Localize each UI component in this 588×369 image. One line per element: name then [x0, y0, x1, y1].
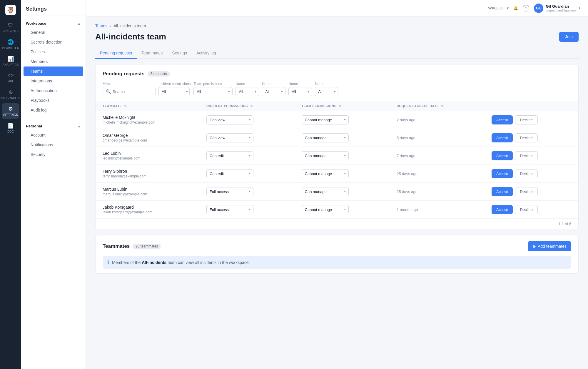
- accept-button-1[interactable]: Accept: [492, 133, 513, 142]
- info-banner-bold: All-incidents: [142, 260, 166, 265]
- cell-date-3: 25 days ago: [390, 165, 485, 183]
- tabs: Pending requests Teammates Settings Acti…: [95, 48, 579, 59]
- decline-button-5[interactable]: Decline: [515, 205, 538, 214]
- page-title: All-incidents team: [95, 32, 166, 41]
- filter-group-name-1: Name All: [235, 82, 259, 96]
- table-row: Michelle Mcknight michelle.mcknight@exam…: [96, 111, 578, 129]
- incident-permissions-select-wrapper: All Can view Can edit Full access: [158, 87, 191, 96]
- nav-audit-log[interactable]: Audit log: [24, 105, 83, 115]
- filter-group-name-3: Name All: [288, 82, 312, 96]
- name-filter-label-3: Name: [288, 82, 312, 86]
- help-button[interactable]: ?: [523, 5, 529, 11]
- decline-button-0[interactable]: Decline: [515, 115, 538, 124]
- nav-teams[interactable]: Teams: [24, 67, 83, 76]
- nav-policies[interactable]: Policies: [24, 47, 83, 56]
- join-button[interactable]: Join: [559, 32, 579, 42]
- team-perm-select-1[interactable]: Cannot manageCan manage: [302, 133, 349, 142]
- action-buttons-0: Accept Decline: [492, 115, 571, 124]
- nav-account[interactable]: Account: [24, 130, 83, 140]
- incident-perm-select-wrapper-3: Can viewCan editFull access: [206, 169, 253, 178]
- sidebar-item-perimeter[interactable]: 🌐 PERIMETER: [2, 36, 19, 52]
- team-perm-select-4[interactable]: Cannot manageCan manage: [302, 187, 349, 196]
- table-row: Jakob Korsgaard jakob.korsgaard@example.…: [96, 201, 578, 219]
- name-select-1[interactable]: All: [235, 87, 259, 96]
- incident-perm-select-wrapper-5: Can viewCan editFull access: [206, 205, 253, 214]
- tab-settings[interactable]: Settings: [167, 48, 192, 59]
- sidebar-item-analytics[interactable]: 📊 ANALYTICS: [2, 53, 19, 69]
- nav-integrations[interactable]: Integrations: [24, 76, 83, 86]
- name-select-2[interactable]: All: [262, 87, 285, 96]
- nav-security[interactable]: Security: [24, 150, 83, 159]
- sidebar-item-settings[interactable]: ⚙ SETTINGS: [2, 103, 19, 119]
- tab-teammates[interactable]: Teammates: [137, 48, 167, 59]
- incident-perm-select-2[interactable]: Can viewCan editFull access: [206, 151, 253, 160]
- incident-perm-select-1[interactable]: Can viewCan editFull access: [206, 133, 253, 142]
- nav-general[interactable]: General: [24, 28, 83, 37]
- incident-perm-select-4[interactable]: Can viewCan editFull access: [206, 187, 253, 196]
- col-request-date[interactable]: REQUEST ACCESS DATE ⇅: [390, 101, 485, 111]
- team-perm-select-wrapper-5: Cannot manageCan manage: [302, 205, 349, 214]
- nav-members[interactable]: Members: [24, 57, 83, 66]
- wall-of-love[interactable]: WALL OF ♥: [488, 6, 509, 10]
- action-buttons-4: Accept Decline: [492, 187, 571, 196]
- name-select-4[interactable]: All: [315, 87, 338, 96]
- decline-button-3[interactable]: Decline: [515, 169, 538, 178]
- col-team-permissions[interactable]: TEAM PERMISSIONS ⇅: [295, 101, 390, 111]
- decline-button-2[interactable]: Decline: [515, 151, 538, 160]
- cell-team-perm-2: Cannot manageCan manage: [295, 147, 390, 165]
- name-select-3[interactable]: All: [288, 87, 312, 96]
- personal-section-header[interactable]: Personal ▲: [21, 122, 86, 130]
- breadcrumb-teams-link[interactable]: Teams: [95, 24, 107, 28]
- cell-date-2: 7 days ago: [390, 147, 485, 165]
- team-permissions-select[interactable]: All Can manage Cannot manage: [193, 87, 233, 96]
- accept-button-5[interactable]: Accept: [492, 205, 513, 214]
- cell-actions-5: Accept Decline: [485, 201, 578, 219]
- accept-button-2[interactable]: Accept: [492, 151, 513, 160]
- incident-perm-select-0[interactable]: Can viewCan editFull access: [206, 115, 253, 124]
- user-menu-chevron-icon: ▼: [578, 6, 581, 10]
- accept-button-3[interactable]: Accept: [492, 169, 513, 178]
- workspace-section-header[interactable]: Workspace ▲: [21, 19, 86, 27]
- name-select-wrapper-3: All: [288, 87, 312, 96]
- sidebar-item-incidents[interactable]: 🛡 INCIDENTS: [2, 20, 19, 35]
- breadcrumb-separator: ›: [110, 24, 111, 28]
- sidebar-item-integrations[interactable]: ⊕ INTEGRATIONS: [2, 87, 19, 102]
- col-incident-permissions[interactable]: INCIDENT PERMISSIONS ⇅: [199, 101, 295, 111]
- team-perm-select-0[interactable]: Cannot manageCan manage: [302, 115, 349, 124]
- info-banner: ℹ Members of the All-incidents team can …: [103, 256, 571, 269]
- nav-playbooks[interactable]: Playbooks: [24, 96, 83, 105]
- filter-group-name-4: Name All: [315, 82, 338, 96]
- incident-perm-select-3[interactable]: Can viewCan editFull access: [206, 169, 253, 178]
- cell-actions-1: Accept Decline: [485, 129, 578, 147]
- main-area: WALL OF ♥ 🔔 ? GG Git Guardian gitguardia…: [86, 0, 588, 369]
- date-text-3: 25 days ago: [397, 172, 417, 176]
- card-header: Pending requests 6 requests: [96, 65, 578, 82]
- sidebar-item-doc[interactable]: 📄 DOC: [2, 120, 19, 136]
- tab-activity-log[interactable]: Activity log: [192, 48, 221, 59]
- team-perm-select-5[interactable]: Cannot manageCan manage: [302, 205, 349, 214]
- tab-pending-requests[interactable]: Pending requests: [95, 48, 137, 59]
- team-perm-select-2[interactable]: Cannot manageCan manage: [302, 151, 349, 160]
- search-input[interactable]: [113, 89, 152, 94]
- cell-teammate-2: Leo Lubin leo.lubin@example.com: [96, 147, 199, 165]
- plus-icon: ⊕: [532, 244, 536, 249]
- notifications-bell[interactable]: 🔔: [513, 6, 518, 10]
- team-perm-select-3[interactable]: Cannot manageCan manage: [302, 169, 349, 178]
- nav-notifications[interactable]: Notifications: [24, 140, 83, 149]
- analytics-label: ANALYTICS: [3, 63, 19, 67]
- col-teammate[interactable]: TEAMMATE ⇅: [96, 101, 199, 111]
- user-menu[interactable]: GG Git Guardian gitguardian@gg.com ▼: [534, 4, 581, 13]
- accept-button-0[interactable]: Accept: [492, 115, 513, 124]
- decline-button-4[interactable]: Decline: [515, 187, 538, 196]
- analytics-icon: 📊: [7, 56, 14, 62]
- cell-team-perm-1: Cannot manageCan manage: [295, 129, 390, 147]
- nav-authentication[interactable]: Authentication: [24, 86, 83, 95]
- incident-perm-select-5[interactable]: Can viewCan editFull access: [206, 205, 253, 214]
- nav-secrets-detection[interactable]: Secrets detection: [24, 37, 83, 47]
- team-permissions-filter-label: Team permissions: [193, 82, 233, 86]
- accept-button-4[interactable]: Accept: [492, 187, 513, 196]
- incident-permissions-select[interactable]: All Can view Can edit Full access: [158, 87, 190, 96]
- sidebar-item-api[interactable]: <> API: [2, 70, 19, 85]
- add-teammates-button[interactable]: ⊕ Add teammates: [528, 241, 571, 251]
- decline-button-1[interactable]: Decline: [515, 133, 538, 142]
